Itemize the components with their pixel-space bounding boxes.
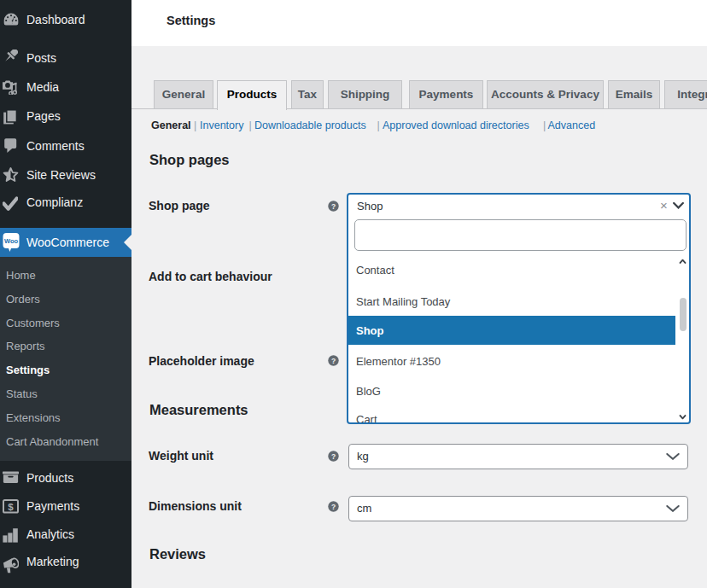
svg-text:Woo: Woo: [4, 237, 19, 245]
svg-text:?: ?: [331, 503, 336, 511]
svg-text:?: ?: [331, 452, 336, 461]
svg-text:?: ?: [331, 357, 336, 365]
svg-text:$: $: [8, 502, 14, 512]
svg-text:?: ?: [331, 202, 336, 211]
